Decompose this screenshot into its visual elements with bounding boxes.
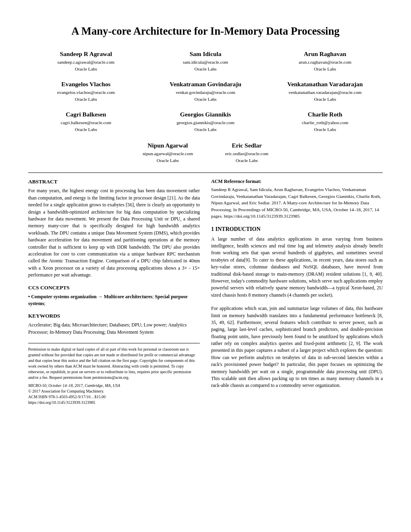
author-charlie: Charlie Roth charlie_roth@yahoo.com Orac… [267,110,383,133]
author-email-charlie: charlie_roth@yahoo.com [267,119,383,126]
author-org-sandeep: Oracle Labs [28,66,144,73]
intro-text1: A large number of data analytics applica… [211,236,383,299]
author-org-eric: Oracle Labs [225,157,268,164]
author-email-eric: eric.sedlar@oracle.com [225,150,268,157]
author-name-evangelos: Evangelos Vlachos [28,80,144,89]
author-name-charlie: Charlie Roth [267,110,383,119]
left-column: ABSTRACT For many years, the highest ene… [28,179,200,405]
author-name-nipun: Nipun Agarwal [143,141,193,150]
author-email-venkatanathan: venkatanathan.varadarajan@oracle.com [267,89,383,96]
abstract-text: For many years, the highest energy cost … [28,187,200,278]
right-column: ACM Reference format: Sandeep R Agrawal,… [211,179,383,405]
author-email-nipun: nipun.agarwal@oracle.com [143,150,193,157]
author-email-arun: arun.r.raghavan@oracle.com [267,59,383,66]
section-divider [28,172,383,173]
author-evangelos: Evangelos Vlachos evangelos.vlachos@orac… [28,80,144,103]
author-org-nipun: Oracle Labs [143,157,193,164]
author-name-eric: Eric Sedlar [225,141,268,150]
author-name-venkatanathan: Venkatanathan Varadarajan [267,80,383,89]
author-name-arun: Arun Raghavan [267,50,383,59]
intro-title: 1 INTRODUCTION [211,226,383,233]
author-org-cagri: Oracle Labs [28,126,144,133]
ccs-text: • Computer systems organization → Multic… [28,293,200,308]
author-venkatanathan: Venkatanathan Varadarajan venkatanathan.… [267,80,383,103]
authors-row2: Nipun Agarwal nipun.agarwal@oracle.com O… [28,141,383,164]
footnote-copyright: © 2017 Association for Computing Machine… [28,389,200,394]
keywords-title: KEYWORDS [28,313,200,319]
author-name-sam: Sam Idicula [148,50,264,59]
footnote-permission: Permission to make digital or hard copie… [28,347,200,380]
author-sandeep: Sandeep R Agrawal sandeep.r.agrawal@orac… [28,50,144,73]
author-name-georgios: Georgios Giannikis [148,110,264,119]
author-org-venkatanathan: Oracle Labs [267,96,383,103]
footnote-doi: https://doi.org/10.1145/3123939.3123985 [28,400,200,405]
author-arun: Arun Raghavan arun.r.raghavan@oracle.com… [267,50,383,73]
author-email-venkatraman: venkat.govindaraju@oracle.com [148,89,264,96]
author-org-arun: Oracle Labs [267,66,383,73]
author-cagri: Cagri Balkesen cagri.balkesen@oracle.com… [28,110,144,133]
author-name-cagri: Cagri Balkesen [28,110,144,119]
author-email-sam: sam.idicula@oracle.com [148,59,264,66]
author-org-sam: Oracle Labs [148,66,264,73]
author-venkatraman: Venkatraman Govindaraju venkat.govindara… [148,80,264,103]
paper-title: A Many-core Architecture for In-Memory D… [28,24,383,38]
author-eric: Eric Sedlar eric.sedlar@oracle.com Oracl… [225,141,268,164]
author-nipun: Nipun Agarwal nipun.agarwal@oracle.com O… [143,141,193,164]
keywords-text: Accelerator; Big data; Microarchitecture… [28,322,200,336]
author-email-evangelos: evangelos.vlachos@oracle.com [28,89,144,96]
author-name-venkatraman: Venkatraman Govindaraju [148,80,264,89]
author-org-evangelos: Oracle Labs [28,96,144,103]
acm-ref-title: ACM Reference format: [211,179,383,185]
intro-text2: For applications which scan, join and su… [211,305,383,389]
author-org-venkatraman: Oracle Labs [148,96,264,103]
main-content: ABSTRACT For many years, the highest ene… [28,179,383,405]
author-email-sandeep: sandeep.r.agrawal@oracle.com [28,59,144,66]
footnote-section: Permission to make digital or hard copie… [28,343,200,405]
authors-grid-row1: Sandeep R Agrawal sandeep.r.agrawal@orac… [28,50,383,133]
footnote-conference: MICRO-50, October 14–18, 2017, Cambridge… [28,383,200,389]
abstract-title: ABSTRACT [28,179,200,185]
footnote-isbn: ACM ISBN 978-1-4503-4952-9/17/10…$15.00 [28,394,200,400]
author-email-georgios: georgios.giannikis@oracle.com [148,119,264,126]
author-email-cagri: cagri.balkesen@oracle.com [28,119,144,126]
author-org-charlie: Oracle Labs [267,126,383,133]
author-sam: Sam Idicula sam.idicula@oracle.com Oracl… [148,50,264,73]
acm-ref-text: Sandeep R Agrawal, Sam Idicula, Arun Rag… [211,186,383,219]
author-name-sandeep: Sandeep R Agrawal [28,50,144,59]
ccs-title: CCS CONCEPTS [28,285,200,291]
author-georgios: Georgios Giannikis georgios.giannikis@or… [148,110,264,133]
author-org-georgios: Oracle Labs [148,126,264,133]
